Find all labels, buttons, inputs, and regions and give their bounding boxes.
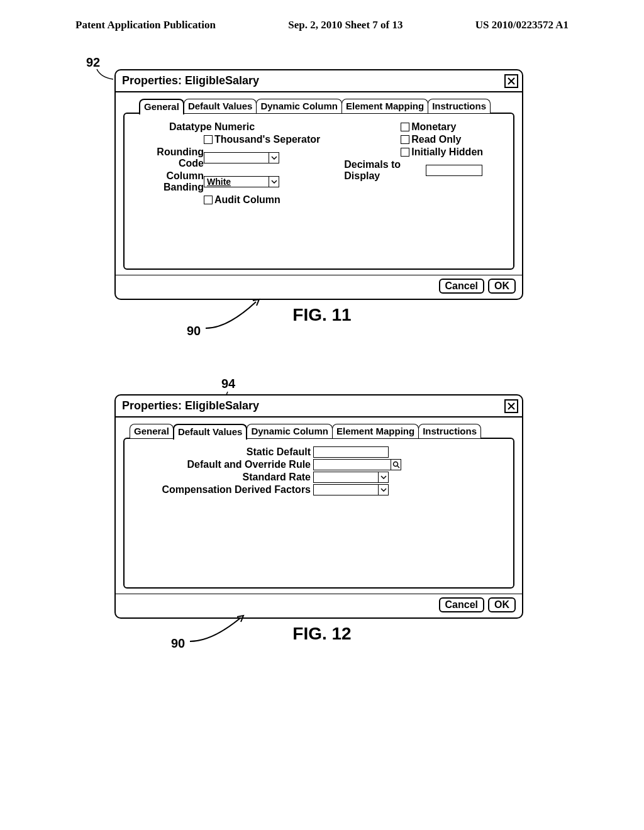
- hidden-checkbox[interactable]: [401, 148, 409, 157]
- figure-11: 92 Properties: EligibleSalary General De…: [96, 69, 548, 325]
- ref-90-fig12: 90: [171, 636, 185, 651]
- dialog-fig12: Properties: EligibleSalary General Defau…: [114, 394, 523, 619]
- close-icon[interactable]: [504, 74, 518, 88]
- banding-label: Column Banding: [135, 170, 204, 193]
- derived-factors-label: Compensation Derived Factors: [135, 484, 311, 495]
- fig-caption-12: FIG. 12: [96, 624, 548, 644]
- ref-line-92: [96, 68, 114, 84]
- ok-button[interactable]: OK: [488, 279, 516, 294]
- tab-panel: General Default Values Dynamic Column El…: [116, 91, 522, 275]
- hidden-label: Initially Hidden: [411, 147, 483, 158]
- chevron-down-icon: [269, 153, 279, 163]
- tab-general[interactable]: General: [139, 99, 184, 114]
- header-right: US 2010/0223572 A1: [475, 19, 569, 31]
- static-default-input[interactable]: [313, 446, 389, 458]
- fig-caption-11: FIG. 11: [96, 305, 548, 325]
- header-left: Patent Application Publication: [75, 19, 216, 31]
- standard-rate-label: Standard Rate: [135, 472, 311, 483]
- search-icon: [391, 460, 401, 470]
- tab-instructions[interactable]: Instructions: [428, 99, 491, 113]
- chevron-down-icon: [269, 177, 279, 187]
- dialog-title: Properties: EligibleSalary: [116, 70, 522, 91]
- tab-content-general: Datatype Numeric Thousand's Seperator Ro…: [123, 113, 514, 270]
- ref-94: 94: [221, 377, 235, 391]
- button-row: Cancel OK: [116, 594, 522, 617]
- override-rule-label: Default and Override Rule: [135, 459, 311, 470]
- button-row: Cancel OK: [116, 275, 522, 299]
- svg-line-1: [397, 466, 399, 468]
- monetary-checkbox[interactable]: [401, 123, 409, 131]
- standard-rate-select[interactable]: [313, 472, 389, 483]
- readonly-checkbox[interactable]: [401, 135, 409, 144]
- tab-element-mapping[interactable]: Element Mapping: [332, 424, 419, 438]
- override-rule-input[interactable]: [313, 459, 401, 470]
- tab-default-values[interactable]: Default Values: [173, 424, 248, 440]
- derived-factors-select[interactable]: [313, 484, 389, 495]
- banding-value: White: [204, 177, 269, 187]
- tab-instructions[interactable]: Instructions: [418, 424, 481, 438]
- rounding-select[interactable]: [204, 152, 279, 163]
- ok-button[interactable]: OK: [488, 597, 516, 612]
- page-header: Patent Application Publication Sep. 2, 2…: [0, 0, 644, 38]
- audit-label: Audit Column: [214, 194, 280, 206]
- monetary-label: Monetary: [411, 121, 456, 133]
- tabs-row: General Default Values Dynamic Column El…: [139, 99, 514, 113]
- tab-dynamic-column[interactable]: Dynamic Column: [247, 424, 333, 438]
- header-center: Sep. 2, 2010 Sheet 7 of 13: [288, 19, 402, 31]
- tab-content-default-values: Static Default Default and Override Rule…: [123, 438, 514, 589]
- tab-general[interactable]: General: [130, 424, 174, 438]
- cancel-button[interactable]: Cancel: [439, 597, 484, 612]
- decimals-input[interactable]: [426, 165, 482, 176]
- tab-panel: General Default Values Dynamic Column El…: [116, 416, 522, 594]
- chevron-down-icon: [378, 485, 388, 495]
- figure-12: 94 Properties: EligibleSalary General De…: [96, 394, 548, 644]
- tab-default-values[interactable]: Default Values: [184, 99, 257, 113]
- cancel-button[interactable]: Cancel: [439, 279, 484, 294]
- thousands-checkbox[interactable]: [204, 135, 213, 144]
- tab-element-mapping[interactable]: Element Mapping: [341, 99, 428, 113]
- rounding-label: Rounding Code: [135, 147, 204, 169]
- audit-checkbox[interactable]: [204, 196, 213, 204]
- decimals-label: Decimals to Display: [344, 159, 426, 182]
- tabs-row: General Default Values Dynamic Column El…: [130, 424, 514, 438]
- close-icon[interactable]: [504, 399, 518, 413]
- ref-90-fig11: 90: [187, 324, 201, 338]
- tab-dynamic-column[interactable]: Dynamic Column: [256, 99, 342, 113]
- dialog-title: Properties: EligibleSalary: [116, 396, 522, 416]
- dialog-fig11: Properties: EligibleSalary General Defau…: [114, 69, 523, 300]
- svg-point-0: [393, 462, 397, 467]
- datatype-label: Datatype Numeric: [169, 121, 255, 133]
- readonly-label: Read Only: [411, 134, 461, 145]
- banding-select[interactable]: White: [204, 176, 279, 187]
- chevron-down-icon: [378, 472, 388, 482]
- static-default-label: Static Default: [135, 446, 311, 458]
- thousands-label: Thousand's Seperator: [214, 134, 320, 145]
- ref-arrow-90: [203, 297, 265, 335]
- ref-arrow-90-fig12: [187, 613, 250, 648]
